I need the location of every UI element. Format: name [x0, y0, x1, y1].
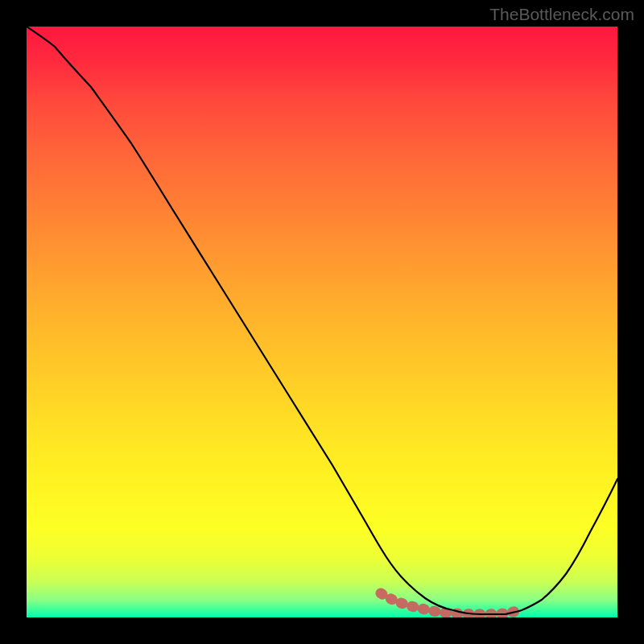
bottom-band-path [381, 593, 522, 614]
chart-svg [27, 27, 617, 617]
watermark-text: TheBottleneck.com [489, 5, 634, 24]
plot-area [27, 27, 617, 617]
main-curve-path [27, 27, 617, 614]
